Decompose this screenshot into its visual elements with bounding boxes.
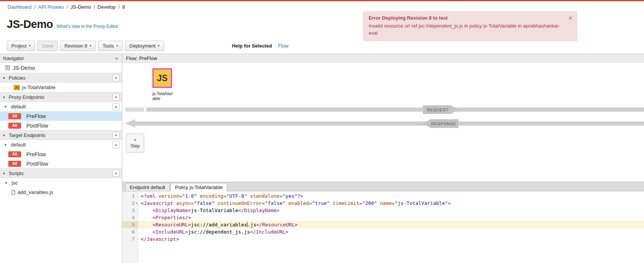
breadcrumb-separator: /	[94, 4, 95, 10]
code-token: <ResourceURL>	[152, 222, 191, 228]
breadcrumb-item-api-proxies[interactable]: API Proxies	[38, 4, 64, 10]
policy-node-label: js-TotalVariable	[152, 91, 174, 101]
error-banner: Error Deploying Revision 8 to test Inval…	[363, 11, 577, 41]
project-button[interactable]: Project ▾	[7, 41, 35, 51]
nav-row-label: default	[11, 142, 26, 148]
code-token: "false"	[265, 200, 286, 206]
code-line[interactable]: 7</Javascript>	[122, 235, 644, 243]
caret-down-icon: ▾	[89, 44, 91, 48]
response-arrowhead-icon	[125, 119, 135, 128]
error-banner-message: Invalid resource url ref jsc://dependent…	[369, 22, 562, 37]
whats-new-link[interactable]: What's new in the Proxy Editor	[57, 24, 118, 29]
code-token: async=	[176, 200, 194, 206]
code-token: "200"	[362, 200, 377, 206]
nav-row-jsc[interactable]: ▾jsc	[0, 178, 122, 188]
code-token: "js-TotalVariable"	[395, 200, 448, 206]
save-button[interactable]: Save	[37, 41, 58, 51]
code-token: standalone=	[247, 193, 283, 199]
code-token: "UTF-8"	[226, 193, 247, 199]
policy-node-js-totalvariable[interactable]: JS	[152, 68, 172, 88]
code-token: "yes"	[283, 193, 297, 199]
flow-condition-badge: All	[8, 113, 21, 119]
nav-row-scripts[interactable]: ▾Scripts+	[0, 168, 122, 178]
add-button[interactable]: +	[112, 132, 120, 139]
add-step-button[interactable]: + Step	[126, 134, 144, 152]
nav-row-label: PostFlow	[26, 123, 48, 129]
add-button[interactable]: +	[112, 94, 120, 101]
line-number: 5	[122, 221, 138, 228]
code-token: .js	[247, 222, 256, 228]
nav-row-policies[interactable]: ▾Policies+	[0, 73, 122, 83]
code-token	[141, 222, 152, 228]
main-panel: Flow: PreFlow JS js-TotalVariable REQUES…	[122, 54, 644, 263]
js-policy-icon: JS	[14, 85, 20, 90]
close-icon[interactable]: ×	[569, 15, 572, 21]
nav-row-postflow[interactable]: AllPostFlow	[0, 159, 122, 168]
deployment-button[interactable]: Deployment ▾	[125, 41, 164, 51]
nav-row-label: PreFlow	[26, 113, 46, 119]
add-button[interactable]: +	[112, 141, 120, 148]
flow-header: Flow: PreFlow	[122, 54, 644, 63]
nav-row-preflow[interactable]: AllPreFlow	[0, 149, 122, 159]
tab-endpoint-default[interactable]: Endpoint default	[125, 183, 170, 191]
tools-button[interactable]: Tools ▾	[98, 41, 123, 51]
deployment-button-label: Deployment	[129, 43, 155, 49]
line-number: 3	[122, 207, 138, 214]
flow-help-link[interactable]: Flow	[278, 43, 288, 49]
nav-row-label: js-TotalVariable	[22, 85, 55, 90]
code-token: jsc://dependent_js.js	[188, 229, 250, 235]
nav-row-label: Policies	[9, 75, 26, 81]
code-line[interactable]: 3 <DisplayName>js-TotalVariable</Display…	[122, 207, 644, 214]
nav-row-js-demo[interactable]: JS-Demo	[0, 63, 122, 73]
nav-row-preflow[interactable]: AllPreFlow	[0, 111, 122, 121]
nav-row-label: jsc	[12, 180, 18, 186]
nav-row-default[interactable]: ▾default+	[0, 140, 122, 149]
code-area[interactable]: 1<?xml version="1.0" encoding="UTF-8" st…	[122, 191, 644, 263]
tab-policy-js-totalvariable[interactable]: Policy js-TotalVariable	[171, 183, 227, 191]
save-button-label: Save	[42, 43, 53, 49]
tools-button-label: Tools	[103, 43, 114, 49]
code-token	[141, 215, 152, 220]
add-button[interactable]: +	[112, 74, 120, 82]
revision-button[interactable]: Revision 8 ▾	[60, 41, 96, 51]
code-token: <Properties/>	[152, 215, 191, 220]
code-token: encoding=	[197, 193, 226, 199]
code-line[interactable]: 4 <Properties/>	[122, 214, 644, 221]
breadcrumb-separator: /	[118, 4, 120, 10]
code-text: <?xml version="1.0" encoding="UTF-8" sta…	[138, 192, 644, 200]
help-for-selected-label: Help for Selected	[232, 43, 272, 49]
code-token: js-TotalVariable	[191, 208, 238, 213]
code-line[interactable]: 1<?xml version="1.0" encoding="UTF-8" st…	[122, 192, 644, 200]
flow-title: Flow: PreFlow	[126, 55, 157, 61]
collapse-panel-icon[interactable]: «	[115, 55, 118, 61]
flow-condition-badge: All	[8, 123, 21, 129]
code-line[interactable]: 5 <ResourceURL>jsc://add_variables.js</R…	[122, 221, 644, 228]
nav-row-add-variables-js[interactable]: add_variables.js	[0, 188, 122, 197]
code-line[interactable]: 2▾<Javascript async="false" continueOnEr…	[122, 200, 644, 207]
nav-row-target-endpoints[interactable]: ▾Target Endpoints+	[0, 130, 122, 140]
code-token	[141, 208, 152, 213]
code-token: <Javascript	[141, 200, 176, 206]
code-token: "1.0"	[182, 193, 197, 199]
nav-row-js-totalvariable[interactable]: JSjs-TotalVariable	[0, 83, 122, 92]
response-arrow-label: RESPONSE	[423, 119, 458, 128]
add-button[interactable]: +	[112, 170, 120, 177]
nav-row-postflow[interactable]: AllPostFlow	[0, 121, 122, 130]
line-number: 4	[122, 214, 138, 221]
caret-down-icon: ▾	[5, 181, 9, 185]
fold-icon[interactable]: ▾	[136, 200, 138, 207]
nav-row-label: Scripts	[9, 171, 24, 176]
request-arrow-label: REQUEST	[423, 105, 458, 114]
add-button[interactable]: +	[112, 103, 120, 110]
code-line[interactable]: 6 <IncludeURL>jsc://dependent_js.js</Inc…	[122, 228, 644, 235]
flow-condition-badge: All	[8, 161, 21, 167]
code-token: enabled=	[286, 200, 312, 206]
code-token	[141, 229, 152, 235]
breadcrumb-item-dashboard[interactable]: Dashboard	[8, 4, 32, 10]
project-button-label: Project	[11, 43, 26, 49]
nav-row-default[interactable]: ▾default+	[0, 102, 122, 111]
nav-row-proxy-endpoints[interactable]: ▾Proxy Endpoints+	[0, 92, 122, 102]
code-token: <IncludeURL>	[152, 229, 188, 235]
breadcrumb-separator: /	[66, 4, 68, 10]
caret-down-icon: ▾	[3, 76, 7, 80]
